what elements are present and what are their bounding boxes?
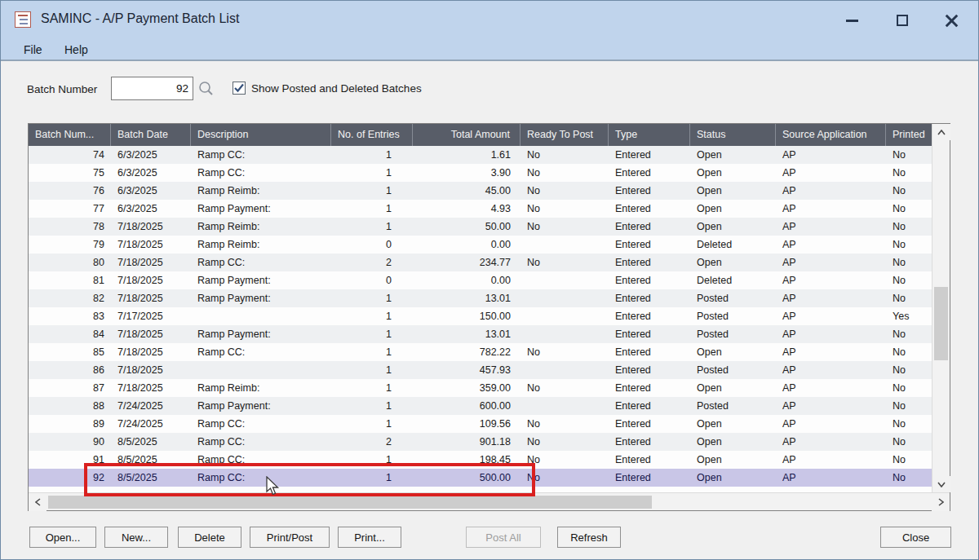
vertical-scroll-thumb[interactable] [934, 287, 948, 360]
scroll-left-button[interactable] [29, 493, 47, 511]
table-row[interactable]: 756/3/2025Ramp CC:13.90NoEnteredOpenAPNo [29, 164, 932, 182]
table-cell: 1 [331, 218, 413, 236]
table-row[interactable]: 837/17/20251150.00EnteredPostedAPYes [29, 307, 932, 325]
table-cell: AP [776, 433, 886, 451]
column-header[interactable]: Batch Num... [29, 124, 111, 146]
print-button[interactable]: Print... [338, 527, 401, 548]
table-cell: Entered [609, 146, 690, 164]
table-cell: No [886, 236, 931, 254]
close-button[interactable]: Close [880, 527, 951, 548]
print-post-button[interactable]: Print/Post [250, 527, 330, 548]
table-row[interactable]: 877/18/2025Ramp Reimb:1359.00NoEnteredOp… [29, 379, 932, 397]
minimize-button[interactable] [839, 11, 864, 30]
table-cell: AP [776, 271, 886, 289]
column-header[interactable]: Description [191, 124, 331, 146]
column-header[interactable]: No. of Entries [331, 124, 413, 146]
table-row[interactable]: 887/24/2025Ramp Payment:1600.00EnteredPo… [29, 397, 932, 415]
table-cell: 13.01 [413, 289, 521, 307]
table-cell: 7/18/2025 [111, 361, 191, 379]
table-cell: 79 [29, 236, 111, 254]
vertical-scrollbar[interactable] [932, 124, 950, 492]
table-cell: AP [776, 164, 886, 182]
table-cell: 1 [331, 146, 413, 164]
table-cell: 0 [331, 236, 413, 254]
batch-number-input[interactable] [111, 77, 193, 100]
table-cell: 1 [331, 361, 413, 379]
table-cell [191, 307, 331, 325]
table-cell: Entered [609, 307, 690, 325]
table-cell: 91 [29, 451, 111, 469]
new-button[interactable]: New... [104, 527, 168, 548]
horizontal-scroll-thumb[interactable] [48, 496, 652, 509]
table-row[interactable]: 897/24/2025Ramp CC:1109.56NoEnteredOpenA… [29, 415, 932, 433]
column-header[interactable]: Batch Date [111, 124, 191, 146]
column-header[interactable]: Ready To Post [521, 124, 609, 146]
table-row[interactable]: 807/18/2025Ramp CC:2234.77NoEnteredOpenA… [29, 254, 932, 271]
table-row[interactable]: 918/5/2025Ramp CC:1198.45NoEnteredOpenAP… [29, 451, 932, 469]
table-cell: Entered [609, 433, 690, 451]
menu-file[interactable]: File [19, 42, 47, 58]
column-header[interactable]: Status [690, 124, 776, 146]
scroll-up-button[interactable] [932, 124, 950, 140]
table-cell: Open [690, 254, 776, 271]
close-window-button[interactable] [939, 11, 963, 30]
table-cell: 7/18/2025 [111, 254, 191, 271]
table-cell: 1 [331, 200, 413, 218]
show-posted-checkbox[interactable] [233, 82, 246, 95]
table-cell: 1 [331, 397, 413, 415]
maximize-icon [897, 15, 908, 26]
maximize-button[interactable] [890, 11, 915, 30]
table-cell: No [886, 433, 931, 451]
table-cell: Entered [609, 254, 690, 271]
table-cell: Open [690, 164, 776, 182]
column-header[interactable]: Type [609, 124, 690, 146]
table-row[interactable]: 867/18/20251457.93EnteredPostedAPNo [29, 361, 932, 379]
table-cell: Open [690, 379, 776, 397]
table-cell: 50.00 [413, 218, 521, 236]
column-header[interactable]: Source Application [776, 124, 886, 146]
delete-button[interactable]: Delete [178, 527, 241, 548]
table-cell: Entered [609, 218, 690, 236]
finder-search-icon[interactable] [197, 81, 215, 99]
table-row[interactable]: 787/18/2025Ramp Reimb:150.00NoEnteredOpe… [29, 218, 932, 236]
column-header[interactable]: Total Amount [413, 124, 521, 146]
table-cell: No [886, 182, 931, 200]
table-cell: Ramp CC: [191, 415, 331, 433]
scroll-down-button[interactable] [932, 476, 950, 492]
table-cell: 7/24/2025 [111, 415, 191, 433]
table-row[interactable]: 766/3/2025Ramp Reimb:145.00NoEnteredOpen… [29, 182, 932, 200]
table-row[interactable]: 847/18/2025Ramp Payment:113.01EnteredPos… [29, 325, 932, 343]
refresh-button[interactable]: Refresh [557, 527, 621, 548]
table-cell: No [521, 146, 609, 164]
table-row[interactable]: 797/18/2025Ramp Reimb:00.00EnteredDelete… [29, 236, 932, 254]
table-cell: 8/5/2025 [111, 451, 191, 469]
column-header[interactable]: Printed [886, 124, 931, 146]
table-row[interactable]: 827/18/2025Ramp Payment:113.01EnteredPos… [29, 289, 932, 307]
table-cell: AP [776, 343, 886, 361]
table-cell: Ramp CC: [191, 254, 331, 271]
table-row[interactable]: 817/18/2025Ramp Payment:00.00EnteredDele… [29, 271, 932, 289]
scroll-right-button[interactable] [932, 493, 950, 511]
window-title: SAMINC - A/P Payment Batch List [41, 11, 239, 26]
table-cell: 901.18 [413, 433, 521, 451]
table-cell: 7/18/2025 [111, 325, 191, 343]
table-cell: Ramp CC: [191, 343, 331, 361]
table-cell: 1.61 [413, 146, 521, 164]
table-cell: 89 [29, 415, 111, 433]
table-row[interactable]: 908/5/2025Ramp CC:2901.18NoEnteredOpenAP… [29, 433, 932, 451]
table-cell: 76 [29, 182, 111, 200]
table-cell: 88 [29, 397, 111, 415]
app-window: SAMINC - A/P Payment Batch List File Hel… [0, 0, 979, 560]
table-cell: 4.93 [413, 200, 521, 218]
table-cell: Ramp Reimb: [191, 379, 331, 397]
table-cell: 600.00 [413, 397, 521, 415]
table-row[interactable]: 776/3/2025Ramp Payment:14.93NoEnteredOpe… [29, 200, 932, 218]
table-row[interactable]: 857/18/2025Ramp CC:1782.22NoEnteredOpenA… [29, 343, 932, 361]
table-row[interactable]: 746/3/2025Ramp CC:11.61NoEnteredOpenAPNo [29, 146, 932, 164]
menu-help[interactable]: Help [60, 42, 93, 58]
open-button[interactable]: Open... [29, 527, 96, 548]
horizontal-scrollbar[interactable] [29, 492, 950, 510]
table-cell: Entered [609, 271, 690, 289]
table-row[interactable]: 928/5/2025Ramp CC:1500.00NoEnteredOpenAP… [29, 469, 932, 487]
table-cell: 2 [331, 254, 413, 271]
